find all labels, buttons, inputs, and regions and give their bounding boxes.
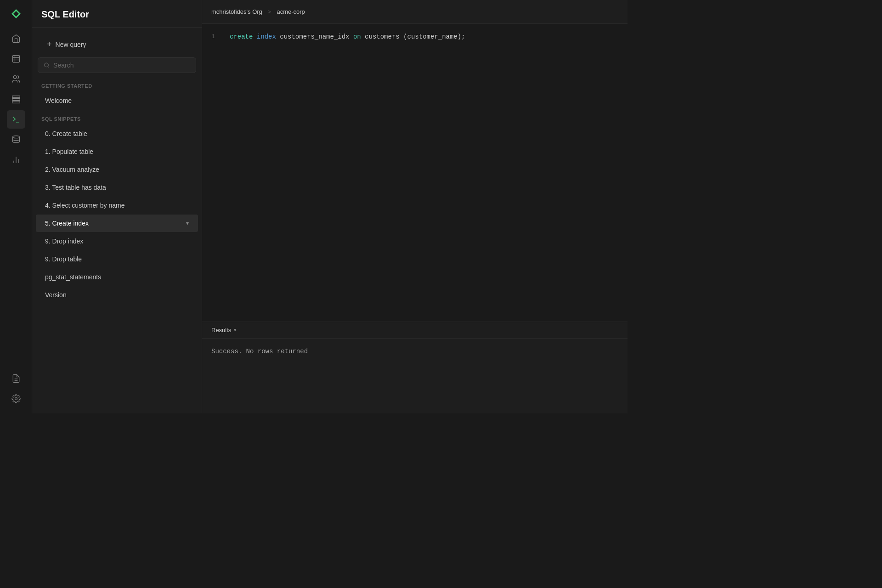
sidebar-item-label: Version <box>45 291 67 299</box>
results-chevron-icon: ▾ <box>234 327 237 333</box>
search-input[interactable] <box>53 62 190 69</box>
nav-sql-icon[interactable] <box>7 110 25 129</box>
line-number-1: 1 <box>211 33 220 40</box>
code-text-2: customers (customer_name); <box>365 33 465 40</box>
sidebar-item-label: 5. Create index <box>45 220 89 227</box>
chevron-down-icon: ▾ <box>186 220 189 226</box>
results-body: Success. No rows returned <box>202 339 628 413</box>
svg-rect-7 <box>12 101 20 103</box>
sidebar-item-pg-stat[interactable]: pg_stat_statements <box>36 268 198 286</box>
results-header[interactable]: Results ▾ <box>202 322 628 339</box>
code-editor[interactable]: 1 create index customers_name_idx on cus… <box>202 24 628 322</box>
sql-snippets-section: SQL snippets <box>32 110 202 124</box>
svg-point-15 <box>15 398 17 400</box>
nav-database-icon[interactable] <box>7 130 25 149</box>
sidebar-item-create-table[interactable]: 0. Create table <box>36 125 198 142</box>
sidebar-item-version[interactable]: Version <box>36 286 198 304</box>
sidebar-item-welcome[interactable]: Welcome <box>36 92 198 109</box>
results-label: Results <box>211 327 231 334</box>
new-query-button[interactable]: + New query <box>38 35 196 54</box>
search-icon <box>44 62 50 68</box>
top-bar: mchristofides's Org > acme-corp <box>202 0 628 24</box>
sidebar-header: SQL Editor <box>32 0 202 28</box>
nav-storage-icon[interactable] <box>7 90 25 108</box>
code-content-1: create index customers_name_idx on custo… <box>230 33 618 40</box>
sidebar-item-select-customer[interactable]: 4. Select customer by name <box>36 197 198 214</box>
sidebar-item-label: Welcome <box>45 97 72 104</box>
sidebar-item-label: 9. Drop table <box>45 255 82 263</box>
sidebar-item-label: 0. Create table <box>45 130 87 137</box>
icon-rail <box>0 0 32 413</box>
sidebar: SQL Editor + New query Getting started W… <box>32 0 202 413</box>
nav-table-icon[interactable] <box>7 50 25 68</box>
sidebar-item-drop-index[interactable]: 9. Drop index <box>36 232 198 250</box>
nav-users-icon[interactable] <box>7 70 25 88</box>
app-logo <box>8 6 24 22</box>
svg-line-17 <box>48 67 49 68</box>
code-text-1: customers_name_idx <box>280 33 353 40</box>
sidebar-item-label: 4. Select customer by name <box>45 202 125 209</box>
nav-analytics-icon[interactable] <box>7 151 25 169</box>
sidebar-content: + New query Getting started Welcome SQL … <box>32 28 202 413</box>
getting-started-section: Getting started <box>32 77 202 91</box>
svg-rect-6 <box>12 98 20 100</box>
sidebar-item-test-table[interactable]: 3. Test table has data <box>36 179 198 196</box>
sidebar-item-create-index[interactable]: 5. Create index ▾ <box>36 215 198 232</box>
keyword-create: create <box>230 33 253 40</box>
svg-point-4 <box>13 76 17 79</box>
sidebar-item-label: pg_stat_statements <box>45 273 101 281</box>
new-query-label: New query <box>56 41 86 48</box>
svg-rect-5 <box>12 96 20 98</box>
keyword-on: on <box>353 33 361 40</box>
sidebar-item-label: 2. Vacuum analyze <box>45 166 99 173</box>
sidebar-item-drop-table[interactable]: 9. Drop table <box>36 250 198 268</box>
sidebar-item-label: 1. Populate table <box>45 148 93 155</box>
nav-settings-icon[interactable] <box>7 390 25 408</box>
sidebar-item-vacuum-analyze[interactable]: 2. Vacuum analyze <box>36 161 198 178</box>
results-panel: Results ▾ Success. No rows returned <box>202 322 628 413</box>
sidebar-item-label: 9. Drop index <box>45 237 83 245</box>
nav-home-icon[interactable] <box>7 29 25 48</box>
plus-icon: + <box>47 40 52 49</box>
svg-point-9 <box>12 136 19 138</box>
svg-point-16 <box>45 63 49 67</box>
search-bar[interactable] <box>38 57 196 73</box>
code-line-1: 1 create index customers_name_idx on cus… <box>211 33 618 40</box>
sidebar-item-label: 3. Test table has data <box>45 184 106 191</box>
svg-rect-0 <box>12 56 19 62</box>
breadcrumb-project: acme-corp <box>277 8 305 15</box>
main-content: mchristofides's Org > acme-corp 1 create… <box>202 0 628 413</box>
nav-logs-icon[interactable] <box>7 369 25 388</box>
keyword-index: index <box>257 33 276 40</box>
results-message: Success. No rows returned <box>211 348 308 355</box>
sidebar-title: SQL Editor <box>41 9 192 20</box>
breadcrumb-separator: > <box>268 8 271 15</box>
breadcrumb-org: mchristofides's Org <box>211 8 262 15</box>
sidebar-item-populate-table[interactable]: 1. Populate table <box>36 143 198 160</box>
